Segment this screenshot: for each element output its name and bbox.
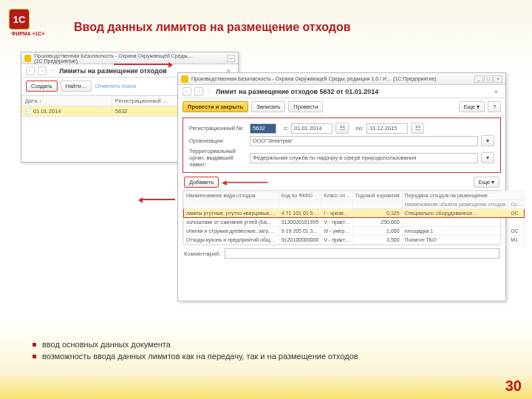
close-icon[interactable]: × — [494, 75, 502, 83]
callout-arrow-inline: ◀━━━━━━━━━━━ — [222, 179, 267, 186]
col-date[interactable]: Дата ↓ — [22, 96, 112, 106]
bullet-item: возможность ввода данных лимитов как на … — [33, 352, 358, 361]
table-area: Наименование вида отходов Код по ФККО Кл… — [183, 190, 501, 245]
table-row[interactable]: лампы ртутные, ртутно-кварцевые,…4 71 10… — [184, 209, 525, 218]
footer-band — [0, 374, 532, 399]
col-obj[interactable]: Наименование объекта размещения отходов — [402, 200, 508, 209]
label-comment: Комментарий: — [184, 250, 220, 257]
screenshot-area: Производственная Безопасность - Охрана О… — [21, 52, 508, 318]
col-code[interactable]: Код по ФККО — [279, 191, 321, 200]
window-title: Производственная Безопасность - Охрана О… — [191, 76, 437, 81]
max-icon[interactable]: □ — [484, 75, 493, 83]
label-from: с: — [279, 125, 288, 132]
col-co[interactable]: Со… — [508, 200, 525, 209]
doc-icon: 📄 — [25, 108, 32, 115]
add-button[interactable]: Добавить — [184, 177, 219, 188]
waste-table: Наименование вида отходов Код по ФККО Кл… — [183, 191, 525, 245]
titlebar: Производственная Безопасность - Охрана О… — [21, 52, 238, 64]
form-header-block: Регистрационный №: 5632 с: 01.01.2014 ☷ … — [183, 117, 501, 173]
app-icon — [24, 55, 31, 62]
agency-input[interactable]: Федеральная служба по надзору в сфере пр… — [250, 153, 478, 163]
comment-input[interactable] — [225, 248, 499, 259]
label-agency: Территориальный орган, выдавший лимит: — [189, 148, 247, 168]
col-class[interactable]: Класс оп… — [321, 191, 353, 200]
min-icon[interactable]: _ — [474, 75, 483, 83]
table-row[interactable]: золошлаки от сжигания углей (Ба…31300201… — [184, 218, 525, 227]
table-row[interactable]: Отходы кухонь и предприятий общ…91201000… — [184, 236, 525, 245]
slide-bullets: ввод основных данных документа возможнос… — [33, 337, 358, 364]
bullet-item: ввод основных данных документа — [33, 340, 358, 349]
close-icon[interactable]: × — [491, 88, 501, 95]
window-title: Производственная Безопасность - Охрана О… — [34, 53, 225, 64]
toolbar-mini-button[interactable]: ⋯ — [227, 55, 235, 62]
window-form: Производственная Безопасность - Охрана О… — [177, 72, 506, 301]
calendar-icon[interactable]: ☷ — [335, 123, 349, 134]
cancel-search-link[interactable]: Отменить поиск — [95, 83, 136, 89]
app-icon — [181, 75, 188, 83]
doc-title: Лимит на размещение отходов 5632 от 01.0… — [216, 88, 378, 95]
label-to: по: — [352, 125, 364, 132]
create-button[interactable]: Создать — [26, 81, 58, 92]
date-to-input[interactable]: 31.12.2015 — [366, 123, 408, 134]
date-from-input[interactable]: 01.01.2014 — [291, 123, 332, 134]
label-reg: Регистрационный №: — [189, 125, 247, 132]
forward-icon[interactable]: → — [38, 66, 47, 75]
open-icon[interactable]: ▾ — [481, 152, 494, 163]
doc-title: Лимиты на размещение отходов — [59, 67, 167, 75]
slide-title: Ввод данных лимитов на размещение отходо… — [74, 21, 351, 34]
page-number: 30 — [505, 378, 522, 395]
forward-icon[interactable]: → — [194, 87, 203, 96]
org-input[interactable]: ООО"Электрик" — [250, 136, 478, 146]
more-button[interactable]: Еще ▾ — [459, 101, 485, 112]
more-button[interactable]: Еще ▾ — [474, 177, 499, 188]
star-icon[interactable]: ☆ — [50, 66, 56, 75]
calendar-icon[interactable]: ☷ — [411, 123, 424, 134]
find-button[interactable]: Найти… — [61, 81, 92, 92]
post-button[interactable]: Провести — [288, 101, 323, 112]
back-icon[interactable]: ← — [183, 87, 191, 96]
callout-arrow — [140, 199, 175, 200]
logo-mark: 1С — [9, 9, 30, 30]
reg-input[interactable]: 5632 — [250, 123, 276, 134]
help-button[interactable]: ? — [488, 101, 501, 112]
logo-caption: ФИРМА «1С» — [9, 31, 47, 36]
table-toolbar: Добавить ◀━━━━━━━━━━━ Еще ▾ — [178, 174, 505, 190]
table-row[interactable]: опилки и стружка древесные, загр…9 19 20… — [184, 227, 525, 236]
star-icon[interactable]: ☆ — [206, 87, 213, 95]
form-toolbar: Провести и закрыть Записать Провести Еще… — [178, 98, 505, 116]
col-transfer[interactable]: Передача отходов на размещение — [402, 191, 524, 200]
label-org: Организация: — [189, 137, 247, 144]
post-close-button[interactable]: Провести и закрыть — [183, 101, 248, 112]
col-name[interactable]: Наименование вида отходов — [184, 191, 279, 200]
titlebar: Производственная Безопасность - Охрана О… — [178, 73, 505, 85]
open-icon[interactable]: ▾ — [481, 135, 494, 146]
back-icon[interactable]: ← — [26, 66, 35, 75]
comment-row: Комментарий: — [178, 245, 505, 262]
write-button[interactable]: Записать — [251, 101, 285, 112]
callout-arrow — [114, 64, 171, 65]
logo: 1С ФИРМА «1С» — [9, 9, 47, 41]
doc-header: ← → ☆ Лимит на размещение отходов 5632 о… — [178, 85, 505, 98]
col-norm[interactable]: Годовой норматив — [353, 191, 402, 200]
